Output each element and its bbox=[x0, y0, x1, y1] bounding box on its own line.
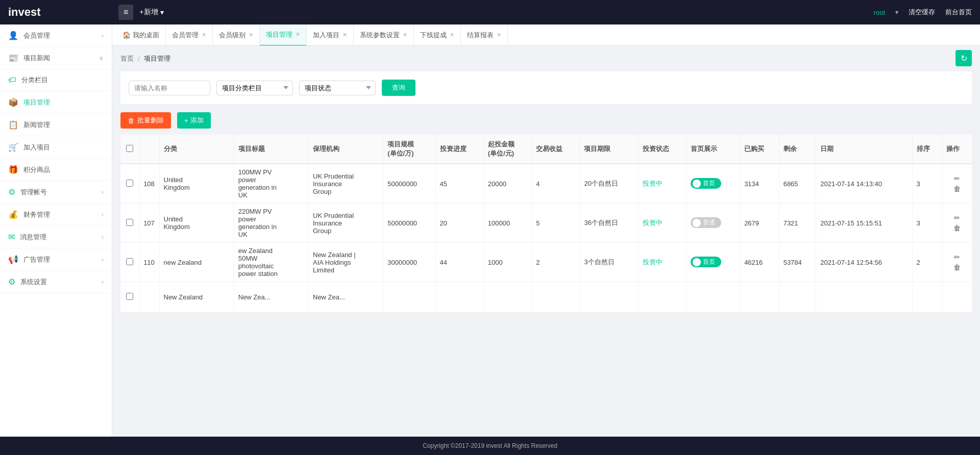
sidebar-item-project-news[interactable]: 📰 项目新闻 ∨ bbox=[0, 47, 112, 69]
sidebar-item-category-column[interactable]: 🏷 分类栏目 bbox=[0, 69, 112, 91]
row-status-4 bbox=[638, 282, 686, 313]
header-sort: 排序 bbox=[912, 135, 942, 164]
row-homepage-1[interactable]: 首页 bbox=[686, 164, 740, 204]
row-select-3[interactable] bbox=[126, 258, 133, 265]
news-icon: 📰 bbox=[8, 53, 18, 63]
edit-button-2[interactable]: ✏ bbox=[954, 214, 960, 222]
row-min-invest-2: 100000 bbox=[483, 204, 531, 243]
front-page-button[interactable]: 前台首页 bbox=[945, 8, 972, 17]
batch-delete-button[interactable]: 🗑 批量删除 bbox=[120, 112, 171, 129]
tab-close-member-level[interactable]: ✕ bbox=[249, 32, 253, 38]
row-purchased-1: 3134 bbox=[740, 164, 779, 204]
name-filter-input[interactable] bbox=[129, 81, 210, 95]
refresh-button[interactable]: ↻ bbox=[955, 50, 972, 66]
delete-button-3[interactable]: 🗑 bbox=[953, 263, 961, 271]
row-checkbox bbox=[120, 243, 139, 282]
row-action-2: ✏ 🗑 bbox=[942, 204, 972, 243]
tab-project-mgmt[interactable]: 项目管理 ✕ bbox=[260, 24, 307, 46]
header-yield: 交易收益 bbox=[532, 135, 580, 164]
row-sort-1: 3 bbox=[912, 164, 942, 204]
row-action-1: ✏ 🗑 bbox=[942, 164, 972, 204]
row-period-4 bbox=[580, 282, 638, 313]
user-name[interactable]: root bbox=[874, 9, 885, 16]
row-yield-4 bbox=[532, 282, 580, 313]
sidebar-item-mgmt-account[interactable]: ⚙ 管理帐号 ‹ bbox=[0, 181, 112, 204]
sidebar-label-member-mgmt: 会员管理 bbox=[23, 31, 50, 40]
row-select-1[interactable] bbox=[126, 180, 133, 187]
row-date-4 bbox=[816, 282, 912, 313]
breadcrumb: 首页 / 项目管理 ↻ bbox=[120, 54, 972, 63]
row-homepage-3[interactable]: 首页 bbox=[686, 243, 740, 282]
header-title: 项目标题 bbox=[234, 135, 308, 164]
news-mgmt-icon: 📋 bbox=[8, 120, 18, 130]
row-action-4 bbox=[942, 282, 972, 313]
row-date-3: 2021-07-14 12:54:56 bbox=[816, 243, 912, 282]
sidebar-item-project-mgmt[interactable]: 📦 项目管理 bbox=[0, 91, 112, 114]
row-id-1: 108 bbox=[139, 164, 159, 204]
row-category-1: United Kingdom bbox=[159, 164, 234, 204]
tab-member-level[interactable]: 会员级别 ✕ bbox=[213, 24, 260, 46]
tab-close-settlement[interactable]: ✕ bbox=[497, 32, 501, 38]
settings-icon: ⚙ bbox=[8, 277, 15, 287]
row-status-1: 投资中 bbox=[638, 164, 686, 204]
header-date: 日期 bbox=[816, 135, 912, 164]
tab-label-system-params: 系统参数设置 bbox=[360, 31, 400, 40]
tab-close-offline[interactable]: ✕ bbox=[450, 32, 454, 38]
sidebar-item-member-mgmt[interactable]: 👤 会员管理 ‹ bbox=[0, 24, 112, 47]
delete-button-2[interactable]: 🗑 bbox=[953, 224, 961, 232]
sidebar-item-message-mgmt[interactable]: ✉ 消息管理 ‹ bbox=[0, 226, 112, 248]
tab-close-member-mgmt[interactable]: ✕ bbox=[202, 32, 206, 38]
row-title-1: 100MW PV power generation in UK bbox=[234, 164, 308, 204]
user-dropdown-icon[interactable]: ▾ bbox=[895, 9, 898, 16]
row-homepage-2[interactable]: 普通 bbox=[686, 204, 740, 243]
breadcrumb-home[interactable]: 首页 bbox=[120, 54, 134, 63]
homepage-toggle-2[interactable]: 普通 bbox=[691, 217, 721, 228]
select-all-checkbox[interactable] bbox=[126, 145, 133, 152]
tab-settlement-report[interactable]: 结算报表 ✕ bbox=[461, 24, 508, 46]
tab-close-join-project[interactable]: ✕ bbox=[342, 32, 347, 38]
tab-bar: 🏠 我的桌面 会员管理 ✕ 会员级别 ✕ 项目管理 ✕ 加入项目 ✕ 系统参数设… bbox=[112, 24, 980, 46]
delete-button-1[interactable]: 🗑 bbox=[953, 185, 961, 193]
sidebar-item-finance-mgmt[interactable]: 💰 财务管理 ‹ bbox=[0, 204, 112, 226]
sidebar-label-account: 管理帐号 bbox=[20, 188, 47, 197]
breadcrumb-separator: / bbox=[138, 55, 140, 63]
tab-close-project-mgmt[interactable]: ✕ bbox=[296, 31, 300, 38]
header-id bbox=[139, 135, 159, 164]
row-status-3: 投资中 bbox=[638, 243, 686, 282]
tab-close-system-params[interactable]: ✕ bbox=[403, 32, 407, 38]
sidebar-item-ad-mgmt[interactable]: 📢 广告管理 ‹ bbox=[0, 248, 112, 271]
sidebar-item-system-settings[interactable]: ⚙ 系统设置 ‹ bbox=[0, 271, 112, 293]
category-filter-select[interactable]: 项目分类栏目 bbox=[216, 81, 293, 95]
row-remaining-4 bbox=[779, 282, 816, 313]
status-filter-select[interactable]: 项目状态 bbox=[299, 81, 376, 95]
sidebar-item-news-mgmt[interactable]: 📋 新闻管理 bbox=[0, 114, 112, 136]
sidebar-item-join-project[interactable]: 🛒 加入项目 bbox=[0, 136, 112, 159]
homepage-toggle-3[interactable]: 首页 bbox=[691, 257, 721, 267]
sidebar-label-ad: 广告管理 bbox=[23, 255, 50, 264]
tab-system-params[interactable]: 系统参数设置 ✕ bbox=[354, 24, 414, 46]
query-button[interactable]: 查询 bbox=[382, 80, 415, 96]
breadcrumb-current: 项目管理 bbox=[144, 54, 170, 63]
tab-join-project[interactable]: 加入项目 ✕ bbox=[307, 24, 354, 46]
tab-label-my-desk: 我的桌面 bbox=[133, 31, 159, 40]
row-period-1: 20个自然日 bbox=[580, 164, 638, 204]
tab-member-mgmt[interactable]: 会员管理 ✕ bbox=[166, 24, 213, 46]
add-project-button[interactable]: + 添加 bbox=[177, 112, 211, 129]
row-purchased-4 bbox=[740, 282, 779, 313]
add-new-button[interactable]: +新增 ▾ bbox=[139, 8, 163, 17]
header-checkbox bbox=[120, 135, 139, 164]
row-scale-2: 50000000 bbox=[383, 204, 435, 243]
sidebar-item-points-goods[interactable]: 🎁 积分商品 bbox=[0, 159, 112, 181]
row-select-2[interactable] bbox=[126, 219, 133, 226]
homepage-toggle-1[interactable]: 首页 bbox=[691, 178, 721, 189]
row-institution-2: UK Prudential Insurance Group bbox=[309, 204, 383, 243]
sidebar-arrow-ad: ‹ bbox=[102, 256, 104, 263]
clear-cache-button[interactable]: 清空缓存 bbox=[909, 8, 935, 17]
row-select-4[interactable] bbox=[126, 293, 133, 300]
tab-my-desk[interactable]: 🏠 我的桌面 bbox=[116, 24, 166, 46]
menu-toggle-button[interactable]: ≡ bbox=[118, 5, 133, 20]
row-institution-4: New Zea... bbox=[309, 282, 383, 313]
tab-offline-commission[interactable]: 下线提成 ✕ bbox=[414, 24, 461, 46]
edit-button-3[interactable]: ✏ bbox=[954, 253, 960, 261]
edit-button-1[interactable]: ✏ bbox=[954, 174, 960, 183]
